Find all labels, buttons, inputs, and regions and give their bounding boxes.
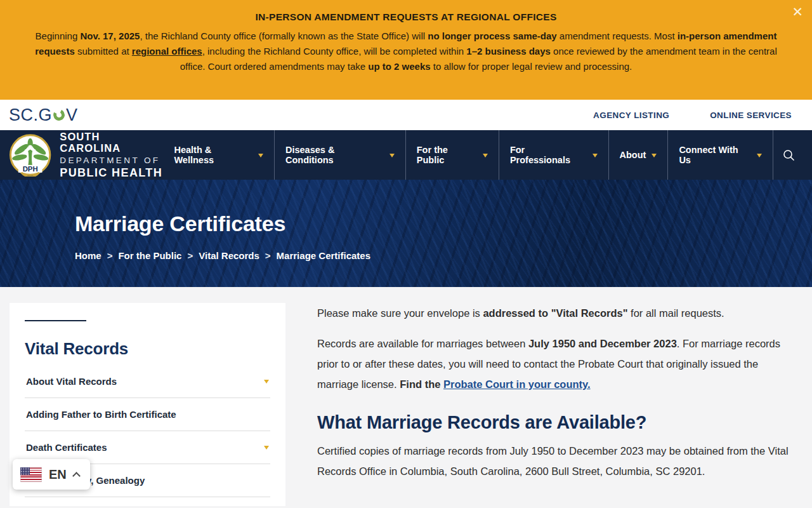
text-segment: Find the — [400, 378, 443, 390]
agency-listing-link[interactable]: AGENCY LISTING — [593, 110, 669, 120]
brand-line2: DEPARTMENT OF — [60, 156, 163, 165]
text-segment: regional offices — [132, 46, 202, 57]
banner-message: Beginning Nov. 17, 2025, the Richland Co… — [25, 29, 787, 74]
paragraph-records-range: Records are available for marriages betw… — [317, 333, 797, 394]
text-segment: to allow for proper legal review and pro… — [431, 61, 632, 72]
sidebar-item-about-vital-records[interactable]: About Vital Records — [25, 365, 270, 398]
section-heading: What Marriage Records are Available? — [317, 412, 797, 433]
page-title: Marriage Certificates — [75, 211, 812, 236]
nav-item-for-professionals[interactable]: For Professionals — [499, 130, 608, 180]
utility-links: AGENCY LISTINGONLINE SERVICES — [593, 110, 792, 120]
chevron-up-icon — [72, 472, 81, 480]
text-segment: July 1950 and December 2023 — [528, 338, 677, 349]
breadcrumb-separator: > — [107, 250, 113, 261]
scgov-logo[interactable]: SC.GV — [9, 105, 78, 125]
text-segment: Records are available for marriages betw… — [317, 338, 528, 349]
sidebar-rule — [25, 320, 86, 321]
content-area: Vital Records About Vital RecordsAdding … — [0, 287, 812, 506]
breadcrumb-separator: > — [265, 250, 271, 261]
nav-item-health-wellness[interactable]: Health & Wellness — [163, 130, 274, 180]
nav-item-label: Diseases & Conditions — [285, 145, 384, 165]
paragraph-envelope: Please make sure your envelope is addres… — [317, 303, 797, 323]
nav-item-diseases-conditions[interactable]: Diseases & Conditions — [274, 130, 405, 180]
text-segment: , including the Richland County office, … — [202, 46, 467, 57]
dph-seal-icon: DPH — [9, 133, 51, 177]
dph-home-link[interactable]: DPH SOUTH CAROLINA DEPARTMENT OF PUBLIC … — [9, 130, 163, 180]
breadcrumb-item[interactable]: Home — [75, 250, 102, 261]
brand-line1: SOUTH CAROLINA — [60, 131, 163, 154]
caret-down-icon — [652, 154, 657, 160]
caret-down-icon — [264, 446, 269, 452]
primary-nav-bar: DPH SOUTH CAROLINA DEPARTMENT OF PUBLIC … — [0, 130, 812, 180]
probate-court-link[interactable]: Probate Court in your county. — [443, 378, 591, 390]
text-segment: 1–2 business days — [466, 46, 551, 57]
sidebar-item-adding-father-to-birth-certificate[interactable]: Adding Father to Birth Certificate — [25, 398, 270, 431]
caret-down-icon — [258, 154, 263, 160]
text-segment: no longer process same-day — [428, 30, 556, 41]
sidebar-item-label: About Vital Records — [26, 376, 117, 387]
text-segment: up to 2 weeks — [368, 61, 430, 72]
scgov-logo-g: G — [39, 105, 53, 125]
banner-title: IN-PERSON AMENDMENT REQUESTS AT REGIONAL… — [25, 11, 787, 23]
announcement-banner: ✕ IN-PERSON AMENDMENT REQUESTS AT REGION… — [0, 0, 812, 100]
svg-text:DPH: DPH — [23, 165, 38, 173]
caret-down-icon — [264, 380, 269, 386]
primary-nav: Health & WellnessDiseases & ConditionsFo… — [163, 130, 773, 180]
nav-item-label: About — [620, 150, 646, 160]
text-segment: amendment requests. Most — [557, 30, 678, 41]
sidebar-item-label: Death Certificates — [26, 442, 107, 453]
sidebar-title: Vital Records — [25, 339, 270, 359]
breadcrumb-item: Marriage Certificates — [277, 250, 370, 261]
text-segment: , the Richland County office (formally k… — [140, 30, 428, 41]
caret-down-icon — [483, 154, 488, 160]
nav-item-for-the-public[interactable]: For the Public — [405, 130, 499, 180]
text-segment: addressed to "Vital Records" — [483, 307, 627, 319]
text-segment: submitted at — [75, 46, 132, 57]
text-segment: Certified copies of marriage records fro… — [317, 445, 789, 477]
breadcrumb-item[interactable]: Vital Records — [199, 250, 259, 261]
scgov-logo-v: V — [66, 105, 78, 125]
caret-down-icon — [390, 154, 395, 160]
text-segment: Please make sure your envelope is — [317, 307, 483, 319]
sidebar-item-label: Adding Father to Birth Certificate — [26, 409, 176, 420]
sidebar-item-divorce-reports[interactable]: Divorce Reports — [25, 497, 270, 508]
close-icon[interactable]: ✕ — [792, 5, 803, 18]
paragraph-certified-copies: Certified copies of marriage records fro… — [317, 441, 797, 481]
brand-line3: PUBLIC HEALTH — [60, 166, 163, 179]
hero-section: Marriage Certificates Home>For the Publi… — [0, 180, 812, 287]
caret-down-icon — [593, 154, 598, 160]
us-flag-icon — [20, 467, 42, 482]
utility-bar: SC.GV AGENCY LISTINGONLINE SERVICES — [0, 100, 812, 130]
language-selector[interactable]: EN — [13, 459, 90, 490]
main-content: Please make sure your envelope is addres… — [317, 303, 802, 506]
nav-item-label: For the Public — [417, 145, 477, 165]
online-services-link[interactable]: ONLINE SERVICES — [710, 110, 792, 120]
nav-item-connect-with-us[interactable]: Connect With Us — [667, 130, 773, 180]
dph-brand-text: SOUTH CAROLINA DEPARTMENT OF PUBLIC HEAL… — [60, 131, 163, 179]
nav-item-label: For Professionals — [510, 145, 587, 165]
nav-item-about[interactable]: About — [608, 130, 668, 180]
nav-item-label: Health & Wellness — [174, 145, 252, 165]
breadcrumb: Home>For the Public>Vital Records>Marria… — [75, 250, 812, 261]
text-segment: Nov. 17, 2025 — [80, 30, 140, 41]
text-segment: for all mail requests. — [627, 307, 724, 319]
language-code: EN — [49, 467, 67, 482]
breadcrumb-item[interactable]: For the Public — [118, 250, 181, 261]
breadcrumb-separator: > — [187, 250, 193, 261]
text-segment: Beginning — [36, 30, 81, 41]
caret-down-icon — [757, 154, 762, 160]
crescent-icon — [52, 108, 67, 123]
scgov-logo-sc: SC. — [9, 105, 39, 125]
nav-item-label: Connect With Us — [679, 145, 751, 165]
search-icon[interactable] — [773, 130, 804, 180]
